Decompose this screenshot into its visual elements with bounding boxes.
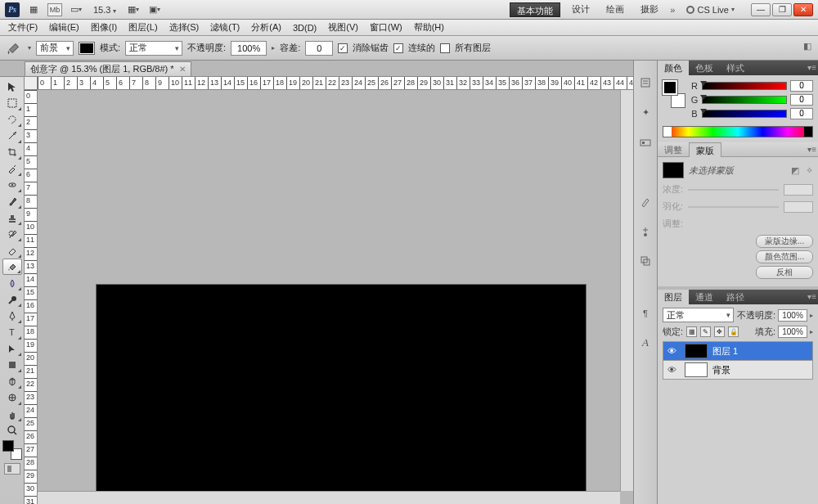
character-panel-icon[interactable]: A: [638, 335, 653, 350]
wand-tool[interactable]: [2, 128, 22, 144]
tab-paths[interactable]: 路径: [720, 290, 751, 304]
move-tool[interactable]: [2, 79, 22, 95]
workspace-design[interactable]: 设计: [567, 3, 595, 16]
shape-tool[interactable]: [2, 357, 22, 373]
window-close[interactable]: ✕: [793, 3, 813, 16]
tool-preset-icon[interactable]: [5, 39, 23, 57]
blur-tool[interactable]: [2, 275, 22, 291]
lock-pos-icon[interactable]: ✥: [714, 326, 725, 337]
healing-tool[interactable]: [2, 177, 22, 193]
fill-source-combo[interactable]: 前景: [36, 41, 74, 56]
lock-all-icon[interactable]: 🔒: [728, 326, 739, 337]
scrollbar-vertical[interactable]: [620, 90, 633, 491]
window-maximize[interactable]: ❐: [772, 3, 792, 16]
panel-menu-icon[interactable]: ▾≡: [807, 63, 816, 72]
brush-tool[interactable]: [2, 193, 22, 209]
mask-edge-button[interactable]: 蒙版边缘...: [756, 235, 813, 248]
color-swatches[interactable]: [2, 440, 22, 460]
tab-styles[interactable]: 样式: [720, 61, 751, 75]
dodge-tool[interactable]: [2, 291, 22, 308]
lasso-tool[interactable]: [2, 111, 22, 128]
pen-tool[interactable]: [2, 308, 22, 324]
layer-row[interactable]: 👁 背景: [663, 360, 813, 380]
contiguous-checkbox[interactable]: ✓: [393, 43, 403, 53]
history-brush-tool[interactable]: [2, 226, 22, 242]
all-layers-checkbox[interactable]: [440, 43, 450, 53]
vector-mask-icon[interactable]: ✧: [806, 165, 813, 176]
color-range-button[interactable]: 颜色范围...: [756, 250, 813, 263]
options-toggle-icon[interactable]: ◧: [803, 41, 815, 56]
workspace-more-icon[interactable]: »: [670, 5, 675, 15]
3d-tool[interactable]: [2, 373, 22, 389]
menu-file[interactable]: 文件(F): [3, 20, 43, 35]
close-tab-icon[interactable]: ✕: [179, 62, 186, 76]
type-tool[interactable]: T: [2, 324, 22, 340]
visibility-icon[interactable]: 👁: [663, 346, 680, 356]
density-value[interactable]: [784, 184, 813, 196]
document-canvas[interactable]: [97, 285, 586, 504]
layer-fill[interactable]: 100%: [778, 326, 807, 338]
tab-mask[interactable]: 蒙版: [689, 142, 721, 157]
bridge-icon[interactable]: ▦: [26, 3, 41, 16]
ruler-origin[interactable]: [25, 77, 38, 90]
tab-layers[interactable]: 图层: [658, 290, 689, 304]
lock-trans-icon[interactable]: ▦: [686, 326, 697, 337]
panel-menu-icon[interactable]: ▾≡: [807, 292, 816, 301]
layer-name[interactable]: 图层 1: [712, 345, 738, 358]
menu-filter[interactable]: 滤镜(T): [205, 20, 245, 35]
panel-color-swatch[interactable]: [663, 80, 685, 108]
bucket-tool[interactable]: [2, 259, 22, 275]
menu-layer[interactable]: 图层(L): [124, 20, 162, 35]
visibility-icon[interactable]: 👁: [663, 365, 680, 375]
b-slider[interactable]: [702, 110, 787, 118]
arrange-icon[interactable]: ▦▾: [126, 3, 141, 16]
minibridge-icon[interactable]: Mb: [47, 3, 62, 16]
g-value[interactable]: 0: [790, 94, 813, 106]
menu-help[interactable]: 帮助(H): [409, 20, 449, 35]
menu-image[interactable]: 图像(I): [86, 20, 122, 35]
pixel-mask-icon[interactable]: ◩: [791, 165, 799, 176]
cs-live[interactable]: CS Live▾: [681, 5, 739, 15]
menu-edit[interactable]: 编辑(E): [44, 20, 84, 35]
workspace-photo[interactable]: 摄影: [636, 3, 663, 16]
crop-tool[interactable]: [2, 144, 22, 160]
tab-swatches[interactable]: 色板: [689, 61, 720, 75]
eraser-tool[interactable]: [2, 242, 22, 259]
window-minimize[interactable]: —: [751, 3, 771, 16]
menu-view[interactable]: 视图(V): [323, 20, 363, 35]
menu-window[interactable]: 窗口(W): [365, 20, 407, 35]
hand-tool[interactable]: [2, 406, 22, 422]
zoom-tool[interactable]: [2, 422, 22, 439]
b-value[interactable]: 0: [790, 108, 813, 119]
layer-name[interactable]: 背景: [712, 364, 730, 376]
scrollbar-horizontal[interactable]: [38, 491, 620, 504]
invert-button[interactable]: 反相: [756, 266, 813, 279]
feather-value[interactable]: [784, 201, 813, 213]
document-tab[interactable]: 创意字 @ 15.3% (图层 1, RGB/8#) * ✕: [25, 61, 191, 76]
tab-channels[interactable]: 通道: [689, 290, 720, 304]
menu-select[interactable]: 选择(S): [164, 20, 204, 35]
panel-menu-icon[interactable]: ▾≡: [807, 145, 816, 154]
clone-panel-icon[interactable]: [638, 254, 653, 268]
swatches-panel-icon[interactable]: [638, 134, 653, 149]
menu-analysis[interactable]: 分析(A): [246, 20, 286, 35]
tab-adjust[interactable]: 调整: [658, 142, 689, 157]
history-panel-icon[interactable]: [638, 75, 653, 90]
menu-3d[interactable]: 3D(D): [288, 21, 321, 34]
ruler-horizontal[interactable]: 0123456789101112131415161718192021222324…: [38, 77, 633, 90]
antialias-checkbox[interactable]: ✓: [338, 43, 348, 53]
screen-mode-icon[interactable]: ▭▾: [69, 3, 83, 16]
workspace-paint[interactable]: 绘画: [601, 3, 629, 16]
r-value[interactable]: 0: [790, 80, 813, 92]
fill-pattern-swatch[interactable]: [79, 42, 95, 55]
tolerance-value[interactable]: 0: [305, 41, 333, 56]
quickmask-toggle[interactable]: [4, 463, 20, 475]
r-slider[interactable]: [702, 82, 787, 90]
paragraph-panel-icon[interactable]: ¶: [638, 306, 653, 321]
brush-preset-icon[interactable]: [638, 224, 653, 239]
tab-color[interactable]: 颜色: [658, 61, 689, 75]
lock-pixels-icon[interactable]: ✎: [700, 326, 711, 337]
zoom-level[interactable]: 15.3 ▾: [90, 5, 119, 15]
actions-panel-icon[interactable]: ✦: [638, 105, 653, 119]
layer-opacity[interactable]: 100%: [778, 309, 807, 322]
